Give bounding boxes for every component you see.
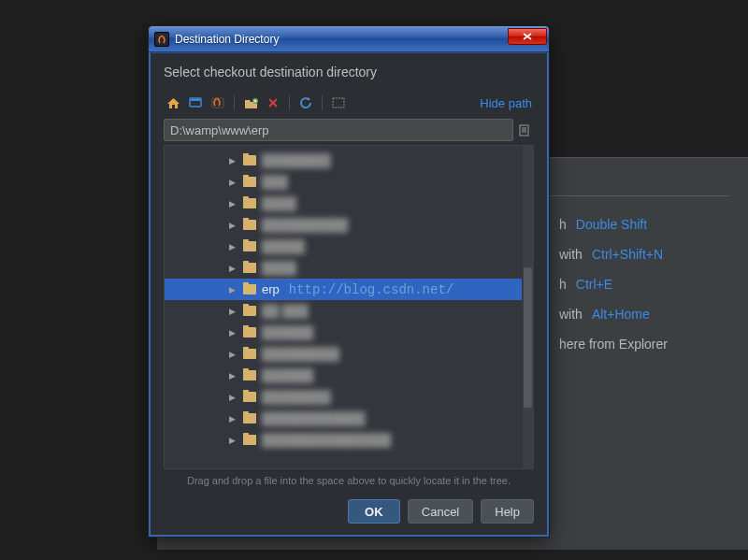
hint-text: with: [559, 307, 583, 322]
tree-item[interactable]: ▶████: [165, 193, 522, 214]
watermark-text: http://blog.csdn.net/: [289, 282, 453, 297]
folder-icon: [243, 306, 256, 316]
hint-text: here from Explorer: [559, 337, 668, 352]
tree-item[interactable]: ▶█████: [165, 236, 522, 257]
app-icon: [154, 32, 169, 47]
desktop-icon[interactable]: [186, 93, 205, 112]
expand-icon[interactable]: ▶: [228, 179, 236, 186]
tree-item[interactable]: ▶██████████: [165, 214, 522, 236]
toolbar-separator: [289, 95, 290, 110]
dialog-body: Select checkout destination directory: [149, 52, 549, 537]
tree-item[interactable]: ▶███████████████: [165, 429, 522, 451]
cancel-button[interactable]: Cancel: [408, 499, 473, 524]
tree-scrollbar[interactable]: [523, 146, 533, 468]
expand-icon[interactable]: ▶: [228, 243, 236, 251]
folder-icon: [243, 155, 256, 165]
folder-icon: [243, 392, 256, 402]
svg-rect-4: [333, 98, 344, 108]
hint-text: h: [559, 217, 567, 232]
folder-icon: [243, 220, 256, 230]
tree-item-label: █████: [262, 239, 305, 253]
expand-icon[interactable]: ▶: [228, 157, 236, 165]
tree-item-label: ████: [262, 261, 296, 275]
hint-key: Ctrl+E: [576, 277, 612, 292]
tree-item-label: ████: [262, 196, 296, 210]
toolbar-separator: [234, 95, 235, 110]
hint-row: with Ctrl+Shift+N: [559, 239, 729, 269]
hint-text: h: [559, 277, 567, 292]
expand-icon[interactable]: ▶: [228, 308, 236, 315]
toolbar-separator: [322, 95, 323, 110]
expand-icon[interactable]: ▶: [228, 286, 236, 294]
folder-icon: [243, 177, 256, 187]
tree-item-label: ███████████████: [262, 433, 391, 447]
tree-item-label: ████████: [262, 153, 331, 167]
hint-key: Ctrl+Shift+N: [592, 247, 663, 262]
expand-icon[interactable]: ▶: [228, 200, 236, 208]
hint-text: with: [559, 247, 583, 262]
home-icon[interactable]: [164, 93, 182, 112]
folder-icon: [243, 370, 256, 381]
path-row: [164, 119, 534, 141]
hint-row: with Alt+Home: [559, 299, 729, 329]
tree-item[interactable]: ▶████████████: [165, 408, 522, 429]
hint-key: Alt+Home: [592, 307, 650, 322]
expand-icon[interactable]: ▶: [228, 329, 236, 337]
tree-item-label: ████████████: [262, 411, 366, 425]
tree-item[interactable]: ▶███: [165, 171, 522, 193]
tree-item[interactable]: ▶█████████: [165, 343, 522, 365]
hint-row: here from Explorer: [559, 329, 729, 359]
expand-icon[interactable]: ▶: [228, 437, 236, 444]
window-title: Destination Directory: [175, 33, 508, 46]
hint-key: Double Shift: [576, 217, 647, 232]
tree-item[interactable]: ▶████: [165, 257, 522, 279]
tree-item-label: █████████: [262, 347, 339, 361]
drag-drop-hint: Drag and drop a file into the space abov…: [164, 469, 534, 495]
ok-button[interactable]: OK: [348, 499, 400, 524]
folder-icon: [243, 349, 256, 359]
path-input[interactable]: [164, 119, 513, 141]
refresh-icon[interactable]: [296, 93, 315, 112]
show-hidden-icon[interactable]: [329, 93, 348, 112]
dialog-buttons: OK Cancel Help: [164, 495, 534, 524]
svg-rect-1: [191, 99, 200, 101]
tree-item[interactable]: ▶████████: [165, 386, 522, 408]
toolbar: Hide path: [164, 93, 534, 113]
dialog-prompt: Select checkout destination directory: [164, 65, 534, 79]
expand-icon[interactable]: ▶: [228, 351, 236, 358]
folder-icon: [243, 413, 256, 424]
hide-path-link[interactable]: Hide path: [478, 96, 534, 110]
scrollbar-thumb[interactable]: [524, 267, 532, 408]
project-icon[interactable]: [209, 93, 227, 112]
folder-icon: [243, 198, 256, 208]
window-titlebar[interactable]: Destination Directory: [149, 26, 549, 52]
tree-item[interactable]: ▶erphttp://blog.csdn.net/: [165, 279, 522, 300]
tree-item[interactable]: ▶██████: [165, 365, 522, 386]
delete-icon[interactable]: [264, 93, 282, 112]
folder-icon: [243, 263, 256, 273]
folder-icon: [243, 241, 256, 251]
expand-icon[interactable]: ▶: [228, 222, 236, 229]
tree-item-label: erp: [262, 282, 280, 296]
history-icon[interactable]: [513, 119, 534, 141]
directory-tree[interactable]: ▶████████▶███▶████▶██████████▶█████▶████…: [164, 145, 534, 469]
tree-item-label: ██████: [262, 325, 313, 339]
tree-item-label: ██████: [262, 368, 313, 382]
tree-item-label: ███: [262, 175, 288, 189]
keyboard-hints: h Double Shift with Ctrl+Shift+N h Ctrl+…: [559, 209, 729, 359]
new-folder-icon[interactable]: [241, 93, 260, 112]
tree-item-label: ████████: [262, 390, 331, 404]
tree-item[interactable]: ▶██ ███: [165, 300, 522, 322]
expand-icon[interactable]: ▶: [228, 415, 236, 423]
close-button[interactable]: [508, 28, 547, 45]
expand-icon[interactable]: ▶: [228, 394, 236, 401]
help-button[interactable]: Help: [481, 499, 534, 524]
tree-item[interactable]: ▶████████: [165, 150, 522, 171]
tree-item-label: ██ ███: [262, 304, 309, 318]
hint-row: h Double Shift: [559, 209, 729, 239]
folder-icon: [243, 435, 256, 445]
expand-icon[interactable]: ▶: [228, 265, 236, 272]
tree-item[interactable]: ▶██████: [165, 322, 522, 343]
expand-icon[interactable]: ▶: [228, 372, 236, 380]
folder-icon: [243, 284, 256, 294]
